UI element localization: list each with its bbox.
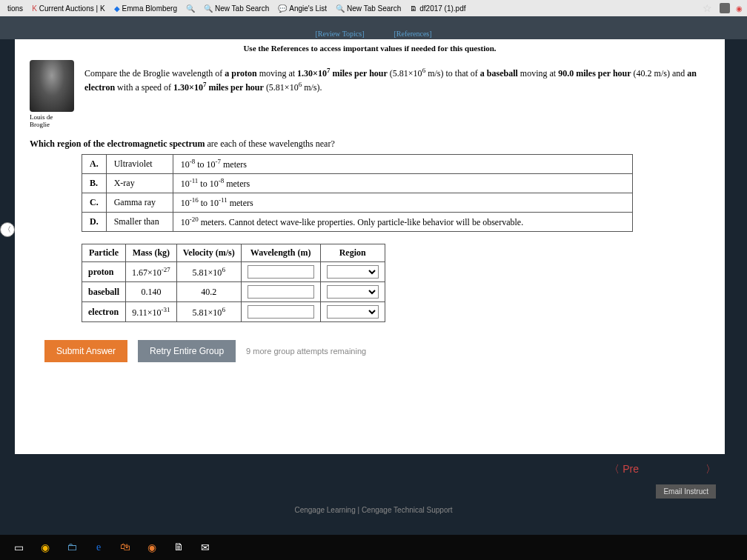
table-row: C.Gamma ray10-16 to 10-11 meters: [82, 193, 633, 213]
tag-icon: ◆: [114, 4, 120, 13]
retry-group-button[interactable]: Retry Entire Group: [138, 340, 236, 362]
scientist-column: Louis de Broglie: [30, 60, 74, 128]
tab-item[interactable]: KCurrent Auctions | K: [29, 4, 107, 13]
file-icon[interactable]: 🗎: [170, 539, 187, 556]
spectrum-table: A.Ultraviolet10-8 to 10-7 meters B.X-ray…: [82, 154, 633, 232]
tab-item[interactable]: 🔍New Tab Search: [333, 4, 404, 13]
next-button[interactable]: 〉: [706, 463, 716, 476]
mail-icon[interactable]: ✉: [197, 539, 213, 556]
nav-arrows: 〈 Pre 〉: [609, 463, 716, 476]
email-instructor-button[interactable]: Email Instruct: [656, 484, 716, 499]
instruction-text: Use the References to access important v…: [30, 44, 710, 53]
tab-item[interactable]: 🗎df2017 (1).pdf: [407, 4, 468, 13]
chrome-icon[interactable]: ◉: [37, 539, 53, 556]
question-prompt: Which region of the electromagnetic spec…: [30, 139, 710, 150]
attempts-remaining: 9 more group attempts remaining: [246, 347, 366, 356]
windows-taskbar: ▭ ◉ 🗀 e 🛍 ◉ 🗎 ✉: [0, 535, 747, 560]
bookmark-star-icon[interactable]: ☆: [703, 2, 712, 14]
extension-icon[interactable]: [720, 3, 730, 13]
tab-item[interactable]: 💬Angie's List: [275, 4, 330, 13]
table-header-row: ParticleMass (kg)Velocity (m/s)Wavelengt…: [82, 244, 385, 262]
table-row: electron 9.11×10-31 5.81×106: [82, 302, 385, 322]
region-select-proton[interactable]: [327, 265, 379, 279]
angies-icon: 💬: [278, 4, 287, 13]
tab-item[interactable]: tions: [4, 4, 26, 13]
file-icon: 🗎: [410, 4, 417, 13]
wavelength-input-proton[interactable]: [248, 265, 314, 279]
tab-item[interactable]: 🔍New Tab Search: [201, 4, 272, 13]
search-icon: 🔍: [204, 4, 213, 13]
extension-icon[interactable]: ◉: [736, 4, 743, 13]
firefox-icon[interactable]: ◉: [144, 539, 160, 556]
tab-item[interactable]: 🔍: [183, 4, 198, 13]
region-select-electron[interactable]: [327, 305, 379, 319]
page-header-links: [Review Topics] [References]: [0, 28, 747, 39]
scientist-name: Louis de Broglie: [30, 113, 74, 128]
wavelength-input-baseball[interactable]: [248, 285, 314, 299]
edge-icon[interactable]: e: [90, 539, 107, 556]
region-select-baseball[interactable]: [327, 285, 379, 299]
browser-tab-strip: tions KCurrent Auctions | K ◆Emma Blombe…: [0, 0, 747, 16]
tab-item[interactable]: ◆Emma Blomberg: [111, 4, 180, 13]
prev-page-chevron-icon[interactable]: 〈: [0, 222, 15, 237]
table-row: B.X-ray10-11 to 10-8 meters: [82, 174, 633, 193]
table-row: baseball 0.140 40.2: [82, 282, 385, 302]
search-icon: 🔍: [186, 4, 195, 13]
wavelength-input-electron[interactable]: [248, 305, 314, 319]
search-icon: 🔍: [336, 4, 345, 13]
toolbar-spacer: [0, 16, 747, 28]
problem-statement: Compare the de Broglie wavelength of a p…: [84, 60, 710, 94]
submit-answer-button[interactable]: Submit Answer: [44, 340, 127, 362]
table-row: proton 1.67×10-27 5.81×106: [82, 262, 385, 282]
explorer-icon[interactable]: 🗀: [64, 539, 80, 556]
store-icon[interactable]: 🛍: [117, 539, 133, 556]
action-buttons: Submit Answer Retry Entire Group 9 more …: [44, 340, 710, 362]
review-topics-link[interactable]: [Review Topics]: [315, 30, 364, 38]
question-content: Use the References to access important v…: [15, 39, 725, 454]
scientist-portrait: [30, 60, 74, 112]
footer-text: Cengage Learning | Cengage Technical Sup…: [0, 506, 747, 514]
table-row: D.Smaller than10-20 meters. Cannot detec…: [82, 213, 633, 232]
auction-icon: K: [32, 4, 37, 13]
table-row: A.Ultraviolet10-8 to 10-7 meters: [82, 155, 633, 174]
prev-button[interactable]: 〈 Pre: [609, 463, 639, 476]
taskview-icon[interactable]: ▭: [10, 539, 27, 556]
particle-table: ParticleMass (kg)Velocity (m/s)Wavelengt…: [82, 244, 385, 322]
references-link[interactable]: [References]: [394, 30, 431, 38]
